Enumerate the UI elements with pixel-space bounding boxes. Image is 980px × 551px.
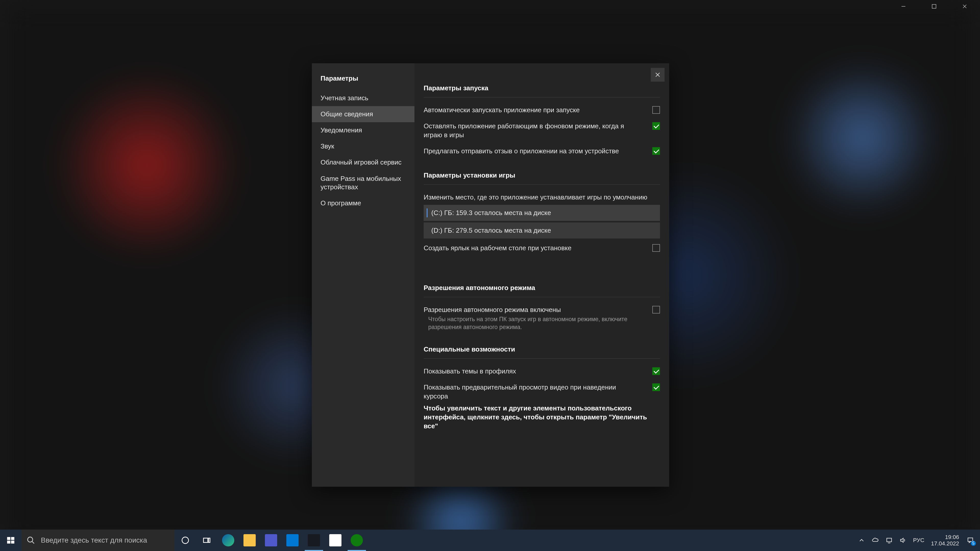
checkbox-desktop-shortcut[interactable] bbox=[652, 244, 660, 252]
system-tray: РУС 19:06 17.04.2022 5 bbox=[853, 530, 980, 551]
settings-title: Параметры bbox=[312, 71, 414, 90]
offline-hint: Чтобы настроить на этом ПК запуск игр в … bbox=[424, 315, 660, 333]
setting-video-preview: Показывать предварительный просмотр виде… bbox=[424, 380, 660, 402]
tray-time: 19:06 bbox=[931, 534, 959, 540]
settings-sidebar: Параметры Учетная запись Общие сведения … bbox=[312, 63, 414, 487]
nav-sound[interactable]: Звук bbox=[312, 138, 414, 154]
taskbar: Введите здесь текст для поиска РУС 19:06… bbox=[0, 530, 980, 551]
notification-count: 5 bbox=[971, 541, 976, 546]
checkbox-offline-enabled[interactable] bbox=[652, 306, 660, 313]
checkbox-video-preview[interactable] bbox=[652, 383, 660, 391]
windows-icon bbox=[6, 536, 15, 545]
settings-dialog: Параметры Учетная запись Общие сведения … bbox=[312, 63, 669, 487]
tray-language[interactable]: РУС bbox=[913, 537, 924, 544]
section-launch-header: Параметры запуска bbox=[424, 72, 660, 97]
taskbar-xbox[interactable] bbox=[346, 530, 368, 551]
section-install-header: Параметры установки игры bbox=[424, 159, 660, 185]
svg-rect-13 bbox=[204, 538, 208, 543]
window-controls bbox=[888, 0, 980, 13]
svg-rect-8 bbox=[7, 540, 11, 543]
tray-volume-icon[interactable] bbox=[899, 537, 907, 544]
setting-label: Показывать темы в профилях bbox=[424, 367, 642, 376]
setting-show-themes: Показывать темы в профилях bbox=[424, 363, 660, 380]
taskbar-task-view[interactable] bbox=[196, 530, 218, 551]
setting-label: Создать ярлык на рабочем столе при устан… bbox=[424, 244, 642, 252]
svg-rect-6 bbox=[7, 537, 11, 540]
nav-gamepass-mobile[interactable]: Game Pass на мобильных устройствах bbox=[312, 170, 414, 195]
drive-option-d[interactable]: (D:) ГБ: 279.5 осталось места на диске bbox=[424, 222, 660, 238]
taskbar-steam[interactable] bbox=[303, 530, 325, 551]
tray-notifications[interactable]: 5 bbox=[966, 536, 975, 545]
setting-label: Показывать предварительный просмотр виде… bbox=[424, 383, 642, 401]
nav-about[interactable]: О программе bbox=[312, 195, 414, 211]
close-window-button[interactable] bbox=[950, 0, 980, 13]
setting-keep-background: Оставлять приложение работающим в фоново… bbox=[424, 118, 660, 143]
taskbar-store[interactable] bbox=[325, 530, 346, 551]
tray-date: 17.04.2022 bbox=[931, 540, 959, 547]
svg-rect-9 bbox=[11, 540, 14, 543]
svg-point-10 bbox=[27, 537, 33, 542]
taskbar-teams[interactable] bbox=[260, 530, 282, 551]
svg-line-11 bbox=[32, 541, 34, 544]
setting-label: Предлагать отправить отзыв о приложении … bbox=[424, 147, 642, 156]
maximize-button[interactable] bbox=[919, 0, 950, 13]
minimize-button[interactable] bbox=[888, 0, 919, 13]
svg-point-12 bbox=[182, 537, 189, 544]
svg-rect-1 bbox=[932, 4, 936, 8]
search-box[interactable]: Введите здесь текст для поиска bbox=[21, 530, 175, 551]
checkbox-keep-background[interactable] bbox=[652, 122, 660, 130]
search-placeholder: Введите здесь текст для поиска bbox=[41, 536, 147, 545]
search-icon bbox=[27, 536, 35, 545]
setting-offline-enabled: Разрешения автономного режима включены bbox=[424, 302, 660, 315]
tray-datetime[interactable]: 19:06 17.04.2022 bbox=[931, 534, 959, 547]
taskbar-edge[interactable] bbox=[218, 530, 239, 551]
nav-general[interactable]: Общие сведения bbox=[312, 106, 414, 122]
taskbar-file-explorer[interactable] bbox=[239, 530, 260, 551]
start-button[interactable] bbox=[0, 530, 21, 551]
setting-auto-start: Автоматически запускать приложение при з… bbox=[424, 102, 660, 118]
close-dialog-button[interactable] bbox=[651, 68, 665, 82]
section-offline-header: Разрешения автономного режима bbox=[424, 272, 660, 297]
task-icons bbox=[175, 530, 368, 551]
section-accessibility-header: Специальные возможности bbox=[424, 333, 660, 359]
nav-account[interactable]: Учетная запись bbox=[312, 90, 414, 106]
setting-label: Разрешения автономного режима включены bbox=[424, 305, 642, 314]
taskbar-cortana[interactable] bbox=[175, 530, 196, 551]
tray-network-icon[interactable] bbox=[886, 537, 893, 544]
settings-main: Параметры запуска Автоматически запускат… bbox=[414, 63, 669, 487]
setting-label: Автоматически запускать приложение при з… bbox=[424, 106, 642, 114]
setting-feedback: Предлагать отправить отзыв о приложении … bbox=[424, 143, 660, 159]
tray-chevron-up-icon[interactable] bbox=[858, 537, 865, 544]
taskbar-mail[interactable] bbox=[282, 530, 303, 551]
svg-rect-15 bbox=[886, 538, 891, 542]
setting-label: Изменить место, где это приложение устан… bbox=[424, 193, 660, 202]
setting-install-location: Изменить место, где это приложение устан… bbox=[424, 189, 660, 203]
svg-marker-17 bbox=[900, 538, 903, 542]
tray-onedrive-icon[interactable] bbox=[872, 537, 879, 544]
setting-desktop-shortcut: Создать ярлык на рабочем столе при устан… bbox=[424, 240, 660, 256]
svg-rect-7 bbox=[11, 537, 14, 540]
checkbox-feedback[interactable] bbox=[652, 147, 660, 155]
setting-label: Оставлять приложение работающим в фоново… bbox=[424, 122, 642, 140]
zoom-hint-link[interactable]: Чтобы увеличить текст и другие элементы … bbox=[424, 402, 660, 430]
checkbox-show-themes[interactable] bbox=[652, 367, 660, 375]
checkbox-auto-start[interactable] bbox=[652, 106, 660, 114]
svg-rect-14 bbox=[208, 538, 210, 543]
nav-cloud-gaming[interactable]: Облачный игровой сервис bbox=[312, 154, 414, 170]
drive-option-c[interactable]: (C:) ГБ: 159.3 осталось места на диске bbox=[424, 205, 660, 221]
nav-notifications[interactable]: Уведомления bbox=[312, 122, 414, 138]
